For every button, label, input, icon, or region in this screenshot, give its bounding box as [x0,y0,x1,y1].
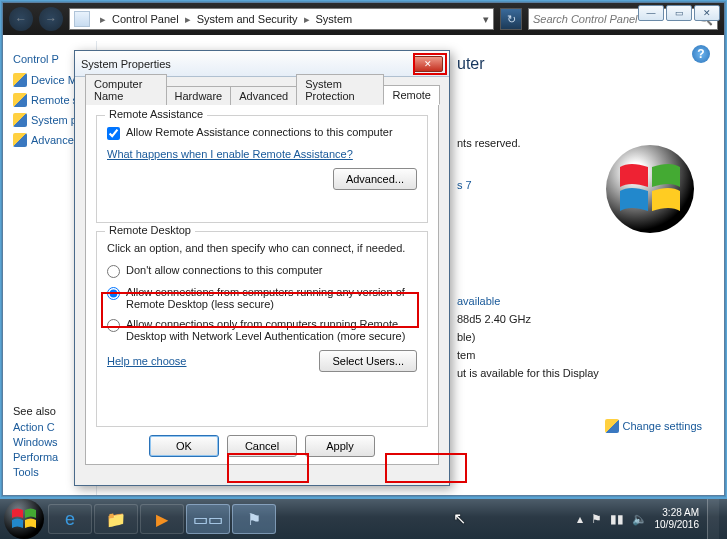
maximize-button[interactable]: ▭ [666,5,692,21]
radio-label: Allow connections only from computers ru… [126,318,417,342]
flag-icon[interactable]: ⚑ [591,512,602,526]
window-controls: — ▭ ✕ [634,3,724,23]
taskbar: e 📁 ▶ ▭▭ ⚑ ▴ ⚑ ▮▮ 🔈 3:28 AM 10/9/2016 [0,499,727,539]
back-button[interactable]: ← [9,7,33,31]
sidebar-item-label: Device M [31,74,77,86]
remote-desktop-intro: Click an option, and then specify who ca… [107,242,405,254]
taskbar-app[interactable]: ⚑ [232,504,276,534]
shield-icon [605,419,619,433]
breadcrumb[interactable]: ▸ Control Panel ▸ System and Security ▸ … [69,8,494,30]
edition-link[interactable]: s 7 [457,179,472,191]
forward-button[interactable]: → [39,7,63,31]
tab-system-protection[interactable]: System Protection [296,74,384,105]
tray-chevron-icon[interactable]: ▴ [577,512,583,526]
remote-assistance-help-link[interactable]: What happens when I enable Remote Assist… [107,148,353,160]
time-text: 3:28 AM [655,507,700,519]
radio-allow-nla[interactable] [107,319,120,332]
date-text: 10/9/2016 [655,519,700,531]
clock[interactable]: 3:28 AM 10/9/2016 [655,507,700,531]
activation-link[interactable]: available [457,295,500,307]
refresh-button[interactable]: ↻ [500,8,522,30]
folder-icon: 📁 [106,510,126,529]
network-icon[interactable]: ▮▮ [610,512,624,526]
tab-remote[interactable]: Remote [383,85,440,105]
breadcrumb-item[interactable]: Control Panel [112,13,179,25]
page-title: uter [457,55,485,73]
close-button[interactable]: ✕ [694,5,720,21]
radio-label: Allow connections from computers running… [126,286,417,310]
system-tray: ▴ ⚑ ▮▮ 🔈 3:28 AM 10/9/2016 [577,499,728,539]
sidebar-item-label: Advance [31,134,74,146]
tab-computer-name[interactable]: Computer Name [85,74,167,105]
dialog-title: System Properties [81,58,171,70]
group-remote-assistance: Remote Assistance Allow Remote Assistanc… [96,115,428,223]
show-desktop-button[interactable] [707,499,719,539]
breadcrumb-dropdown-icon[interactable]: ▾ [483,13,489,26]
checkbox-label: Allow Remote Assistance connections to t… [126,126,393,138]
media-icon: ▶ [156,510,168,529]
minimize-button[interactable]: — [638,5,664,21]
breadcrumb-item[interactable]: System and Security [197,13,298,25]
taskbar-ie[interactable]: e [48,504,92,534]
change-settings-link[interactable]: Change settings [605,419,703,433]
start-button[interactable] [4,499,44,539]
dialog-footer: OK Cancel Apply [96,435,428,457]
breadcrumb-item[interactable]: System [316,13,353,25]
ie-icon: e [65,509,75,530]
shield-icon [13,73,27,87]
tab-hardware[interactable]: Hardware [166,86,232,105]
system-type-text: tem [457,349,475,361]
radio-allow-any-version[interactable] [107,287,120,300]
cursor-icon: ↖ [453,509,466,528]
taskbar-system[interactable]: ▭▭ [186,504,230,534]
advanced-button[interactable]: Advanced... [333,168,417,190]
group-legend: Remote Desktop [105,224,195,236]
ram-text: ble) [457,331,475,343]
change-settings-label: Change settings [623,420,703,432]
shield-icon [13,93,27,107]
system-properties-dialog: System Properties ✕ Computer Name Hardwa… [74,50,450,486]
processor-text: 88d5 2.40 GHz [457,313,531,325]
shield-icon [13,133,27,147]
pen-touch-text: ut is available for this Display [457,367,599,379]
radio-label: Don't allow connections to this computer [126,264,323,276]
rights-text: nts reserved. [457,137,521,149]
group-remote-desktop: Remote Desktop Click an option, and then… [96,231,428,427]
app-icon: ⚑ [247,510,261,529]
dialog-body: Computer Name Hardware Advanced System P… [75,77,449,475]
sidebar-item-label: Remote s [31,94,78,106]
volume-icon[interactable]: 🔈 [632,512,647,526]
tab-advanced[interactable]: Advanced [230,86,297,105]
location-icon [74,11,90,27]
radio-dont-allow[interactable] [107,265,120,278]
taskbar-media-player[interactable]: ▶ [140,504,184,534]
taskbar-explorer[interactable]: 📁 [94,504,138,534]
tab-page-remote: Remote Assistance Allow Remote Assistanc… [85,105,439,465]
select-users-button[interactable]: Select Users... [319,350,417,372]
shield-icon [13,113,27,127]
ok-button[interactable]: OK [149,435,219,457]
nav-band: ← → ▸ Control Panel ▸ System and Securit… [3,3,724,35]
apply-button[interactable]: Apply [305,435,375,457]
tab-strip: Computer Name Hardware Advanced System P… [85,83,439,105]
help-me-choose-link[interactable]: Help me choose [107,355,187,367]
allow-remote-assistance-checkbox[interactable] [107,127,120,140]
sidebar-item-label: System p [31,114,77,126]
dialog-close-button[interactable]: ✕ [413,56,443,72]
cancel-button[interactable]: Cancel [227,435,297,457]
group-legend: Remote Assistance [105,108,207,120]
windows-logo-icon [606,145,694,233]
system-icon: ▭▭ [193,510,223,529]
